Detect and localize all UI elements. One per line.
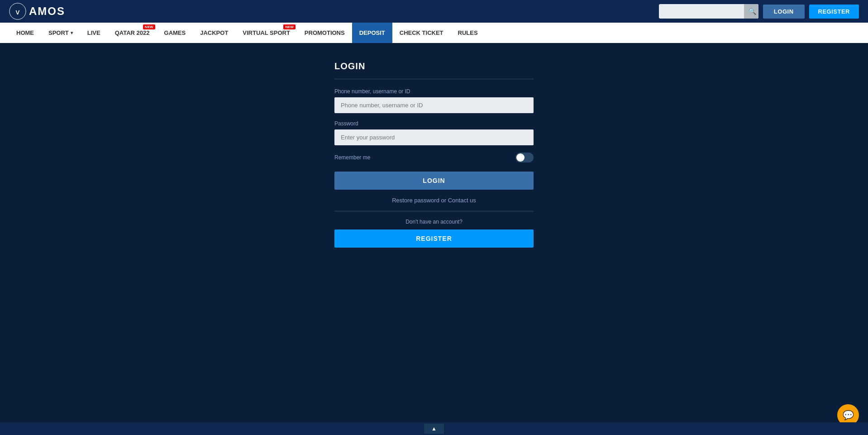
chat-icon: 💬 [843,410,854,421]
search-button[interactable]: 🔍 [744,4,758,19]
username-input[interactable] [334,97,534,113]
remember-row: Remember me [334,153,534,163]
svg-text:V: V [16,9,20,16]
password-label: Password [334,120,534,127]
toggle-thumb [516,153,525,162]
remember-label: Remember me [334,154,370,161]
nav-item-games[interactable]: GAMES [157,23,193,43]
header-login-button[interactable]: LOGIN [763,5,805,19]
nav-item-virtualsport[interactable]: NEW VIRTUAL SPORT [235,23,297,43]
login-form-container: LOGIN Phone number, username or ID Passw… [334,61,534,405]
scroll-up-button[interactable]: ▲ [424,424,444,434]
nav-item-sport[interactable]: SPORT ▾ [41,23,80,43]
password-input[interactable] [334,129,534,145]
new-badge-virtual: NEW [283,24,296,29]
navigation: HOME SPORT ▾ LIVE NEW QATAR 2022 GAMES J… [0,23,868,43]
main-content: LOGIN Phone number, username or ID Passw… [0,43,868,405]
footer-bar: ▲ [0,422,868,435]
nav-item-live[interactable]: LIVE [80,23,108,43]
username-label: Phone number, username or ID [334,88,534,95]
register-button[interactable]: REGISTER [334,229,534,248]
new-badge-qatar: NEW [143,24,155,29]
header: V AMOS 🔍 LOGIN REGISTER [0,0,868,23]
header-register-button[interactable]: REGISTER [809,5,859,19]
nav-item-rules[interactable]: RULES [451,23,485,43]
nav-item-jackpot[interactable]: JACKPOT [193,23,235,43]
nav-item-checkticket[interactable]: CHECK TICKET [392,23,451,43]
top-divider [334,79,534,79]
logo-icon: V [9,3,26,20]
header-right: 🔍 LOGIN REGISTER [659,4,859,19]
logo[interactable]: V AMOS [9,3,65,20]
restore-password-link[interactable]: Restore password or Contact us [334,197,534,204]
password-group: Password [334,120,534,145]
no-account-text: Don't have an account? [334,219,534,225]
chevron-down-icon: ▾ [71,30,73,35]
login-title: LOGIN [334,61,534,72]
remember-toggle[interactable] [515,153,534,163]
search-bar: 🔍 [659,4,758,19]
nav-item-home[interactable]: HOME [9,23,41,43]
nav-item-promotions[interactable]: PROMOTIONS [297,23,352,43]
middle-divider [334,211,534,211]
nav-item-qatar2022[interactable]: NEW QATAR 2022 [108,23,157,43]
nav-item-deposit[interactable]: DEPOSIT [352,23,392,43]
username-group: Phone number, username or ID [334,88,534,113]
logo-text: AMOS [29,5,65,18]
login-button[interactable]: LOGIN [334,172,534,190]
search-input[interactable] [659,8,744,15]
